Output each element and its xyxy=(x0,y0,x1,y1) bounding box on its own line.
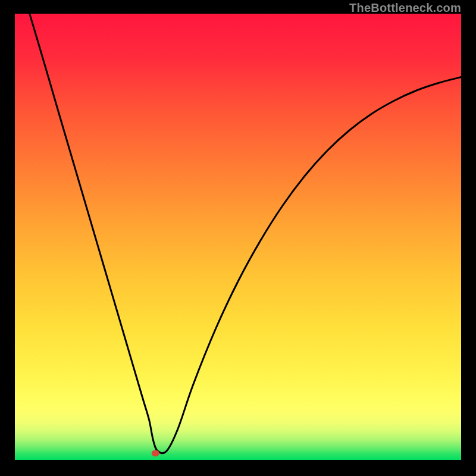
watermark-text: TheBottleneck.com xyxy=(349,1,461,15)
bottleneck-curve xyxy=(30,14,461,453)
optimal-point-marker xyxy=(152,450,159,456)
curve-layer xyxy=(15,14,461,460)
plot-area xyxy=(15,14,461,460)
chart-frame: TheBottleneck.com xyxy=(0,0,476,476)
